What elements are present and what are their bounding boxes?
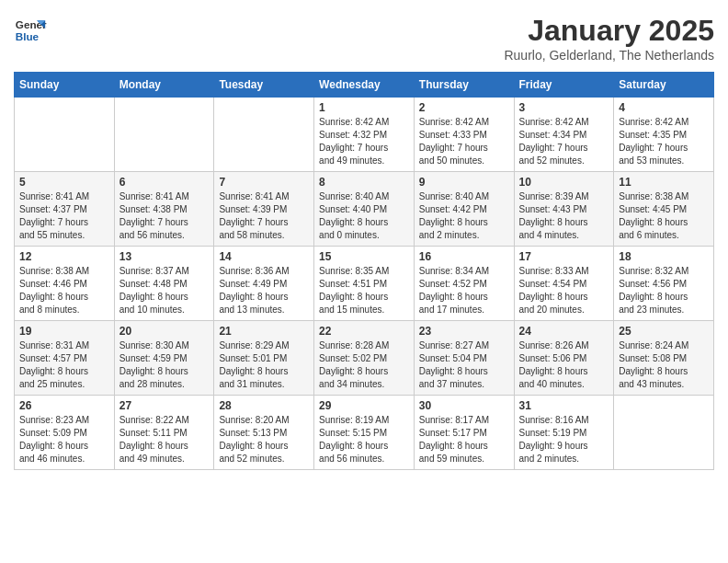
calendar-cell: 23Sunrise: 8:27 AM Sunset: 5:04 PM Dayli… [414,321,514,396]
day-number: 16 [419,250,509,263]
day-info: Sunrise: 8:19 AM Sunset: 5:15 PM Dayligh… [319,414,409,465]
logo: General Blue [14,14,47,47]
day-number: 12 [19,250,109,263]
weekday-header-row: SundayMondayTuesdayWednesdayThursdayFrid… [15,73,714,98]
day-info: Sunrise: 8:40 AM Sunset: 4:42 PM Dayligh… [419,190,509,242]
calendar-week-row: 26Sunrise: 8:23 AM Sunset: 5:09 PM Dayli… [15,396,714,470]
calendar-cell: 22Sunrise: 8:28 AM Sunset: 5:02 PM Dayli… [314,321,415,396]
day-info: Sunrise: 8:41 AM Sunset: 4:39 PM Dayligh… [219,190,309,242]
weekday-header: Wednesday [314,73,415,98]
day-info: Sunrise: 8:24 AM Sunset: 5:08 PM Dayligh… [619,339,709,391]
day-number: 21 [219,325,309,338]
day-info: Sunrise: 8:20 AM Sunset: 5:13 PM Dayligh… [219,414,309,465]
calendar-table: SundayMondayTuesdayWednesdayThursdayFrid… [14,72,714,470]
day-info: Sunrise: 8:42 AM Sunset: 4:35 PM Dayligh… [619,116,709,167]
day-info: Sunrise: 8:42 AM Sunset: 4:32 PM Dayligh… [319,116,409,167]
day-number: 24 [519,325,609,338]
weekday-header: Monday [114,73,214,98]
day-info: Sunrise: 8:17 AM Sunset: 5:17 PM Dayligh… [419,414,509,465]
day-info: Sunrise: 8:31 AM Sunset: 4:57 PM Dayligh… [19,339,109,391]
calendar-cell: 15Sunrise: 8:35 AM Sunset: 4:51 PM Dayli… [314,247,415,321]
calendar-cell: 1Sunrise: 8:42 AM Sunset: 4:32 PM Daylig… [314,98,415,172]
calendar-cell: 28Sunrise: 8:20 AM Sunset: 5:13 PM Dayli… [214,396,314,470]
calendar-subtitle: Ruurlo, Gelderland, The Netherlands [504,48,714,63]
day-number: 30 [419,399,509,412]
day-number: 11 [619,176,709,189]
calendar-cell: 16Sunrise: 8:34 AM Sunset: 4:52 PM Dayli… [414,247,514,321]
calendar-cell: 5Sunrise: 8:41 AM Sunset: 4:37 PM Daylig… [15,172,115,247]
day-number: 18 [619,250,709,263]
day-number: 9 [419,176,509,189]
calendar-cell: 14Sunrise: 8:36 AM Sunset: 4:49 PM Dayli… [214,247,314,321]
day-info: Sunrise: 8:40 AM Sunset: 4:40 PM Dayligh… [319,190,409,242]
day-number: 2 [419,101,509,114]
calendar-cell: 21Sunrise: 8:29 AM Sunset: 5:01 PM Dayli… [214,321,314,396]
calendar-cell: 26Sunrise: 8:23 AM Sunset: 5:09 PM Dayli… [15,396,115,470]
calendar-cell: 18Sunrise: 8:32 AM Sunset: 4:56 PM Dayli… [614,247,714,321]
day-number: 8 [319,176,409,189]
day-info: Sunrise: 8:33 AM Sunset: 4:54 PM Dayligh… [519,265,609,316]
day-info: Sunrise: 8:39 AM Sunset: 4:43 PM Dayligh… [519,190,609,242]
day-info: Sunrise: 8:32 AM Sunset: 4:56 PM Dayligh… [619,265,709,316]
day-number: 13 [119,250,210,263]
calendar-week-row: 12Sunrise: 8:38 AM Sunset: 4:46 PM Dayli… [15,247,714,321]
calendar-cell: 31Sunrise: 8:16 AM Sunset: 5:19 PM Dayli… [514,396,614,470]
calendar-cell [214,98,314,172]
day-number: 26 [19,399,109,412]
day-info: Sunrise: 8:37 AM Sunset: 4:48 PM Dayligh… [119,265,210,316]
day-info: Sunrise: 8:36 AM Sunset: 4:49 PM Dayligh… [219,265,309,316]
svg-text:Blue: Blue [16,30,40,42]
day-info: Sunrise: 8:38 AM Sunset: 4:45 PM Dayligh… [619,190,709,242]
day-number: 19 [19,325,109,338]
calendar-cell: 2Sunrise: 8:42 AM Sunset: 4:33 PM Daylig… [414,98,514,172]
calendar-cell: 17Sunrise: 8:33 AM Sunset: 4:54 PM Dayli… [514,247,614,321]
day-info: Sunrise: 8:38 AM Sunset: 4:46 PM Dayligh… [19,265,109,316]
day-number: 3 [519,101,609,114]
logo-icon: General Blue [14,14,47,47]
day-number: 1 [319,101,409,114]
calendar-title: January 2025 [504,14,714,48]
day-number: 15 [319,250,409,263]
calendar-cell: 30Sunrise: 8:17 AM Sunset: 5:17 PM Dayli… [414,396,514,470]
day-info: Sunrise: 8:29 AM Sunset: 5:01 PM Dayligh… [219,339,309,391]
calendar-week-row: 1Sunrise: 8:42 AM Sunset: 4:32 PM Daylig… [15,98,714,172]
calendar-cell: 6Sunrise: 8:41 AM Sunset: 4:38 PM Daylig… [114,172,214,247]
day-info: Sunrise: 8:16 AM Sunset: 5:19 PM Dayligh… [519,414,609,465]
weekday-header: Saturday [614,73,714,98]
day-info: Sunrise: 8:41 AM Sunset: 4:38 PM Dayligh… [119,190,210,242]
day-number: 23 [419,325,509,338]
day-number: 10 [519,176,609,189]
day-info: Sunrise: 8:41 AM Sunset: 4:37 PM Dayligh… [19,190,109,242]
day-number: 31 [519,399,609,412]
calendar-cell: 19Sunrise: 8:31 AM Sunset: 4:57 PM Dayli… [15,321,115,396]
weekday-header: Sunday [15,73,115,98]
calendar-cell [15,98,115,172]
calendar-cell: 7Sunrise: 8:41 AM Sunset: 4:39 PM Daylig… [214,172,314,247]
page-header: General Blue January 2025 Ruurlo, Gelder… [14,14,714,63]
calendar-cell: 13Sunrise: 8:37 AM Sunset: 4:48 PM Dayli… [114,247,214,321]
calendar-cell: 24Sunrise: 8:26 AM Sunset: 5:06 PM Dayli… [514,321,614,396]
day-info: Sunrise: 8:34 AM Sunset: 4:52 PM Dayligh… [419,265,509,316]
weekday-header: Friday [514,73,614,98]
day-number: 28 [219,399,309,412]
calendar-cell: 8Sunrise: 8:40 AM Sunset: 4:40 PM Daylig… [314,172,415,247]
calendar-cell: 11Sunrise: 8:38 AM Sunset: 4:45 PM Dayli… [614,172,714,247]
weekday-header: Thursday [414,73,514,98]
calendar-cell [614,396,714,470]
day-number: 27 [119,399,210,412]
day-number: 20 [119,325,210,338]
day-number: 22 [319,325,409,338]
calendar-cell: 27Sunrise: 8:22 AM Sunset: 5:11 PM Dayli… [114,396,214,470]
calendar-cell: 25Sunrise: 8:24 AM Sunset: 5:08 PM Dayli… [614,321,714,396]
calendar-cell: 9Sunrise: 8:40 AM Sunset: 4:42 PM Daylig… [414,172,514,247]
calendar-cell [114,98,214,172]
calendar-cell: 4Sunrise: 8:42 AM Sunset: 4:35 PM Daylig… [614,98,714,172]
calendar-week-row: 5Sunrise: 8:41 AM Sunset: 4:37 PM Daylig… [15,172,714,247]
day-info: Sunrise: 8:35 AM Sunset: 4:51 PM Dayligh… [319,265,409,316]
day-number: 7 [219,176,309,189]
title-block: January 2025 Ruurlo, Gelderland, The Net… [504,14,714,63]
day-number: 25 [619,325,709,338]
day-number: 5 [19,176,109,189]
day-number: 6 [119,176,210,189]
day-number: 17 [519,250,609,263]
